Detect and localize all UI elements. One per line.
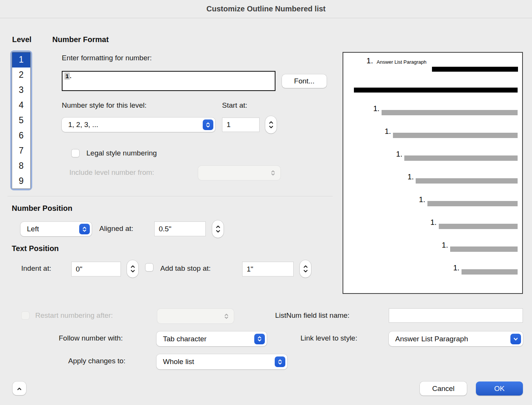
number-style-label: Number style for this level: xyxy=(62,101,147,110)
chevron-up-icon xyxy=(303,265,308,268)
indent-at-stepper[interactable] xyxy=(127,260,138,278)
number-position-dropdown[interactable]: Left xyxy=(20,222,92,236)
tab-stop-input[interactable] xyxy=(242,262,294,276)
tab-stop-stepper[interactable] xyxy=(300,260,311,278)
level-item-2[interactable]: 2 xyxy=(12,68,30,83)
dialog-title: Customize Outline Numbered list xyxy=(207,5,325,13)
restart-numbering-checkbox xyxy=(21,311,30,320)
ok-button[interactable]: OK xyxy=(476,381,523,396)
apply-changes-dropdown[interactable]: Whole list xyxy=(156,354,287,369)
restart-numbering-dropdown xyxy=(157,309,234,323)
preview-number: 1. xyxy=(396,150,402,158)
aligned-at-stepper[interactable] xyxy=(212,220,224,238)
chevron-down-icon xyxy=(216,230,221,233)
level-item-4[interactable]: 4 xyxy=(12,98,30,113)
chevron-up-down-icon xyxy=(254,334,265,344)
font-button-label: Font... xyxy=(294,77,315,85)
expand-button[interactable] xyxy=(13,381,26,395)
indent-at-input[interactable] xyxy=(71,262,121,276)
format-field-code: 1 xyxy=(64,72,70,80)
chevron-down-icon xyxy=(130,270,135,273)
aligned-at-input[interactable] xyxy=(154,221,206,236)
preview-text-bar xyxy=(416,178,518,184)
follow-number-label: Follow number with: xyxy=(59,334,123,343)
aligned-at-label: Aligned at: xyxy=(99,224,133,233)
number-position-value: Left xyxy=(20,225,39,233)
preview-number: 1. xyxy=(442,241,448,249)
preview-number: 1. xyxy=(373,104,380,113)
level-list: 123456789 xyxy=(12,52,31,189)
link-level-label: Link level to style: xyxy=(300,334,357,343)
level-header: Level xyxy=(12,35,31,44)
preview-text-bar xyxy=(404,155,518,161)
chevron-up-down-icon xyxy=(79,224,90,234)
chevron-up-icon xyxy=(269,121,274,124)
text-position-header: Text Position xyxy=(12,244,59,253)
preview-number: 1. xyxy=(419,195,426,204)
follow-number-value: Tab character xyxy=(156,335,207,343)
chevron-up-down-icon xyxy=(271,170,275,176)
start-at-input[interactable] xyxy=(222,118,260,132)
preview-body-bar xyxy=(354,88,518,93)
legal-style-label: Legal style numbering xyxy=(86,149,157,158)
listnum-input[interactable] xyxy=(389,308,523,323)
chevron-up-icon xyxy=(130,265,135,268)
font-button[interactable]: Font... xyxy=(282,74,327,88)
section-divider xyxy=(8,196,333,196)
number-position-header: Number Position xyxy=(12,204,72,213)
apply-changes-label: Apply changes to: xyxy=(68,356,125,366)
preview-text-bar xyxy=(439,224,518,229)
start-at-stepper[interactable] xyxy=(265,116,277,133)
level-item-9[interactable]: 9 xyxy=(12,173,30,188)
level-item-1[interactable]: 1 xyxy=(12,52,30,68)
chevron-up-down-icon xyxy=(203,119,213,130)
preview-number: 1. xyxy=(366,57,373,65)
include-level-dropdown xyxy=(198,166,280,180)
start-at-label: Start at: xyxy=(222,101,247,110)
chevron-up-down-icon xyxy=(224,313,229,320)
level-item-6[interactable]: 6 xyxy=(12,128,30,143)
follow-number-dropdown[interactable]: Tab character xyxy=(156,331,267,346)
number-style-dropdown[interactable]: 1, 2, 3, ... xyxy=(62,118,215,132)
restart-numbering-label: Restart numbering after: xyxy=(35,311,113,320)
format-suffix: . xyxy=(70,73,71,79)
number-style-value: 1, 2, 3, ... xyxy=(62,121,98,129)
titlebar: Customize Outline Numbered list xyxy=(0,0,532,18)
chevron-down-icon xyxy=(510,334,521,344)
cancel-button[interactable]: Cancel xyxy=(420,381,467,396)
chevron-down-icon xyxy=(269,126,274,129)
preview-text-bar xyxy=(427,201,518,206)
level-item-3[interactable]: 3 xyxy=(12,83,30,98)
preview-number: 1. xyxy=(453,264,460,272)
preview-heading-bar xyxy=(432,67,518,72)
indent-at-label: Indent at: xyxy=(21,264,51,273)
preview-text-bar xyxy=(462,269,518,275)
apply-changes-value: Whole list xyxy=(156,358,194,366)
customize-outline-numbered-list-dialog: Customize Outline Numbered list Level Nu… xyxy=(0,0,532,405)
preview-panel: 1. Answer List Paragraph 1.1.1.1.1.1.1.1… xyxy=(343,52,523,294)
number-format-input[interactable]: 1. xyxy=(62,71,275,91)
ok-button-label: OK xyxy=(494,385,504,393)
include-level-label: Include level number from: xyxy=(69,168,154,177)
preview-number: 1. xyxy=(430,218,437,226)
chevron-up-down-icon xyxy=(275,356,285,367)
preview-style-name: Answer List Paragraph xyxy=(377,59,427,65)
add-tab-stop-checkbox[interactable] xyxy=(145,263,153,272)
link-level-dropdown[interactable]: Answer List Paragraph xyxy=(389,331,523,346)
preview-text-bar xyxy=(382,110,518,115)
enter-formatting-label: Enter formatting for number: xyxy=(62,53,152,63)
preview-text-bar xyxy=(450,246,518,252)
preview-text-bar xyxy=(393,133,518,138)
level-listbox[interactable]: 123456789 xyxy=(10,50,32,190)
add-tab-stop-label: Add tab stop at: xyxy=(160,264,211,273)
preview-number: 1. xyxy=(385,127,391,135)
legal-style-checkbox[interactable] xyxy=(71,149,80,157)
chevron-up-icon xyxy=(216,225,221,228)
chevron-down-icon xyxy=(303,270,308,273)
chevron-up-icon xyxy=(17,384,22,392)
level-item-8[interactable]: 8 xyxy=(12,158,30,173)
preview-number: 1. xyxy=(407,173,414,181)
number-format-header: Number Format xyxy=(52,35,109,44)
level-item-5[interactable]: 5 xyxy=(12,113,30,128)
level-item-7[interactable]: 7 xyxy=(12,143,30,158)
